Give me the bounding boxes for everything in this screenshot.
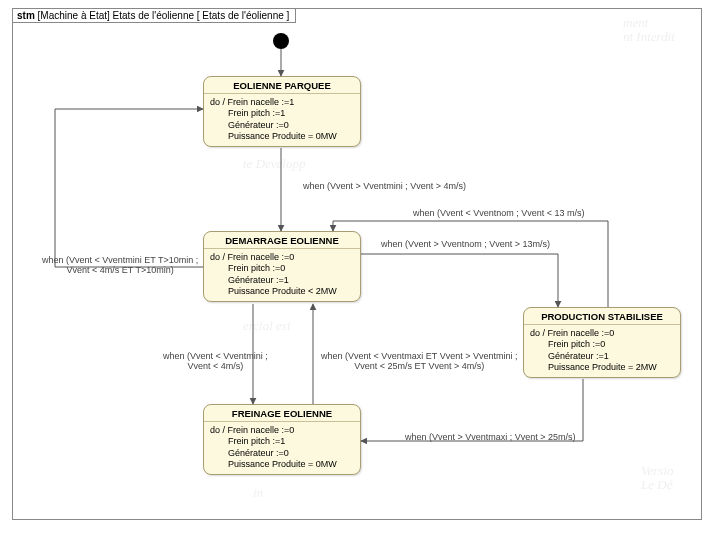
- state-line: Frein pitch :=0: [210, 263, 354, 274]
- state-body: do / Frein nacelle :=0 Frein pitch :=1 G…: [204, 422, 360, 474]
- guard-line: when (Vvent < Vventmaxi ET Vvent > Vvent…: [321, 351, 517, 361]
- state-title: PRODUCTION STABILISEE: [524, 308, 680, 325]
- state-line: Générateur :=0: [210, 448, 354, 459]
- state-line: Puissance Produite < 2MW: [210, 286, 354, 297]
- state-line: Générateur :=1: [530, 351, 674, 362]
- guard-demarrage-to-parquee: when (Vvent < Vventmini ET T>10min ; Vve…: [42, 255, 198, 276]
- state-body: do / Frein nacelle :=1 Frein pitch :=1 G…: [204, 94, 360, 146]
- guard-parquee-to-demarrage: when (Vvent > Vventmini ; Vvent > 4m/s): [303, 181, 466, 191]
- state-line: do / Frein nacelle :=1: [210, 97, 354, 108]
- state-line: do / Frein nacelle :=0: [530, 328, 674, 339]
- state-line: Puissance Produite = 0MW: [210, 131, 354, 142]
- guard-stab-to-freinage: when (Vvent > Vventmaxi ; Vvent > 25m/s): [405, 432, 576, 442]
- guard-freinage-to-demarrage: when (Vvent < Vventmaxi ET Vvent > Vvent…: [321, 351, 517, 372]
- watermark: ercial est: [243, 319, 291, 333]
- state-line: Puissance Produite = 0MW: [210, 459, 354, 470]
- guard-line: when (Vvent < Vventmini ;: [163, 351, 268, 361]
- guard-line: Vvent < 4m/s ET T>10min): [67, 265, 174, 275]
- state-line: Frein pitch :=0: [530, 339, 674, 350]
- state-line: Frein pitch :=1: [210, 436, 354, 447]
- watermark: mentnt Interdit: [623, 16, 675, 45]
- watermark: in: [253, 486, 263, 500]
- initial-state: [273, 33, 289, 49]
- state-title: DEMARRAGE EOLIENNE: [204, 232, 360, 249]
- state-line: Puissance Produite = 2MW: [530, 362, 674, 373]
- state-line: Frein pitch :=1: [210, 108, 354, 119]
- frame-title: [Machine à Etat] Etats de l'éolienne [ E…: [35, 10, 290, 21]
- frame-kind: stm: [17, 10, 35, 21]
- state-eolienne-parquee: EOLIENNE PARQUEE do / Frein nacelle :=1 …: [203, 76, 361, 147]
- watermark: VersioLe Dé: [641, 464, 674, 493]
- state-title: EOLIENNE PARQUEE: [204, 77, 360, 94]
- guard-line: Vvent < 4m/s): [188, 361, 244, 371]
- state-line: Générateur :=0: [210, 120, 354, 131]
- guard-demarrage-to-stab: when (Vvent > Vventnom ; Vvent > 13m/s): [381, 239, 550, 249]
- guard-line: Vvent < 25m/s ET Vvent > 4m/s): [354, 361, 484, 371]
- state-body: do / Frein nacelle :=0 Frein pitch :=0 G…: [524, 325, 680, 377]
- state-body: do / Frein nacelle :=0 Frein pitch :=0 G…: [204, 249, 360, 301]
- state-line: do / Frein nacelle :=0: [210, 252, 354, 263]
- watermark: te Developp: [243, 157, 305, 171]
- frame-title-tab: stm [Machine à Etat] Etats de l'éolienne…: [12, 8, 296, 23]
- guard-demarrage-to-freinage: when (Vvent < Vventmini ; Vvent < 4m/s): [163, 351, 268, 372]
- state-line: Générateur :=1: [210, 275, 354, 286]
- state-line: do / Frein nacelle :=0: [210, 425, 354, 436]
- state-machine-frame: stm [Machine à Etat] Etats de l'éolienne…: [12, 8, 702, 520]
- state-production-stabilisee: PRODUCTION STABILISEE do / Frein nacelle…: [523, 307, 681, 378]
- state-title: FREINAGE EOLIENNE: [204, 405, 360, 422]
- guard-stab-to-demarrage: when (Vvent < Vventnom ; Vvent < 13 m/s): [413, 208, 585, 218]
- state-freinage-eolienne: FREINAGE EOLIENNE do / Frein nacelle :=0…: [203, 404, 361, 475]
- guard-line: when (Vvent < Vventmini ET T>10min ;: [42, 255, 198, 265]
- state-demarrage-eolienne: DEMARRAGE EOLIENNE do / Frein nacelle :=…: [203, 231, 361, 302]
